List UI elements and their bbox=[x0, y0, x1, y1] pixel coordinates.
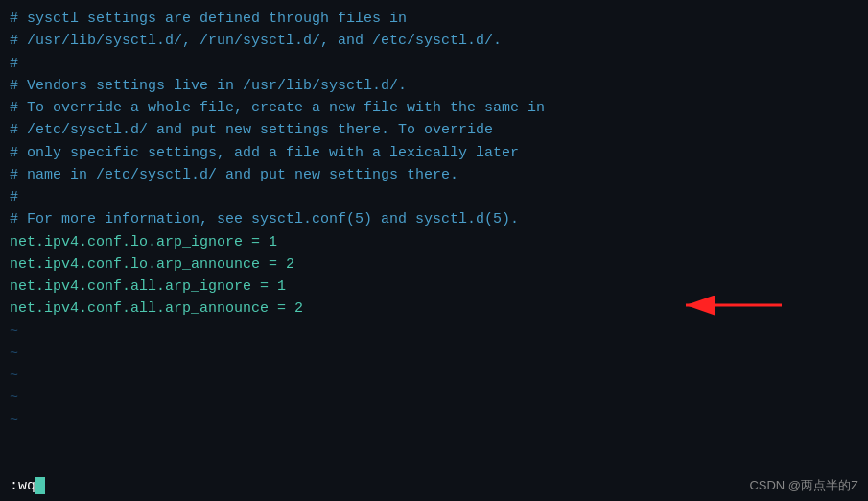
cursor-block bbox=[35, 477, 45, 494]
editor-line: # bbox=[10, 53, 858, 75]
arrow-annotation bbox=[676, 286, 791, 324]
editor-line: ~ bbox=[10, 365, 858, 387]
command-text: :wq bbox=[10, 478, 35, 494]
command-input: :wq bbox=[10, 477, 45, 494]
editor-line: # /etc/sysctl.d/ and put new settings th… bbox=[10, 119, 858, 141]
editor-line: # only specific settings, add a file wit… bbox=[10, 142, 858, 164]
editor: # sysctl settings are defined through fi… bbox=[0, 0, 868, 501]
editor-line: # bbox=[10, 186, 858, 208]
editor-line: # Vendors settings live in /usr/lib/sysc… bbox=[10, 75, 858, 97]
editor-line: ~ bbox=[10, 410, 858, 432]
editor-line: ~ bbox=[10, 343, 858, 365]
editor-line: # sysctl settings are defined through fi… bbox=[10, 8, 858, 30]
editor-line: # To override a whole file, create a new… bbox=[10, 97, 858, 119]
watermark-text: CSDN @两点半的Z bbox=[749, 477, 858, 494]
editor-line: net.ipv4.conf.lo.arp_announce = 2 bbox=[10, 253, 858, 275]
editor-line: ~ bbox=[10, 387, 858, 409]
status-bar: :wq CSDN @两点半的Z bbox=[0, 470, 868, 501]
editor-line: net.ipv4.conf.lo.arp_ignore = 1 bbox=[10, 231, 858, 253]
editor-line: # name in /etc/sysctl.d/ and put new set… bbox=[10, 164, 858, 186]
editor-line: # For more information, see sysctl.conf(… bbox=[10, 208, 858, 230]
editor-line: # /usr/lib/sysctl.d/, /run/sysctl.d/, an… bbox=[10, 30, 858, 52]
